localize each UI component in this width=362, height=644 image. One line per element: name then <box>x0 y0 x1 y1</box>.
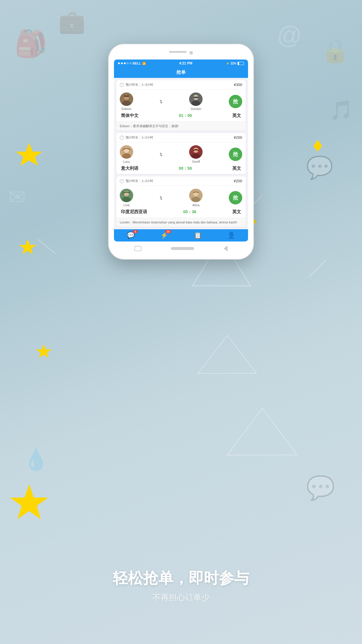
svg-rect-32 <box>193 97 198 98</box>
users-row-2: Lucy ⇌ <box>120 145 242 163</box>
grab-btn-3[interactable]: 抢 <box>229 191 242 204</box>
card-header-1: 预计时长：1–3小时 ¥300 <box>116 80 246 90</box>
swap-icon-2: ⇌ <box>159 153 164 156</box>
avatar-lucy <box>120 145 133 159</box>
duration-2: 预计时长：1–2小时 <box>126 135 153 140</box>
from-user-1: Edison <box>120 92 133 111</box>
svg-text:💬: 💬 <box>306 474 335 502</box>
to-user-3: Alina <box>189 189 203 207</box>
svg-line-17 <box>309 260 326 277</box>
users-row-3: Lina ⇌ <box>120 189 242 207</box>
status-right: ⚡ 22% <box>226 62 244 65</box>
speaker <box>169 51 187 53</box>
username-lina: Lina <box>124 203 130 207</box>
phone-mockup: BELL 📶 4:21 PM ⚡ 22% 抢单 <box>108 44 254 260</box>
card-header-2: 预计时长：1–2小时 ¥200 <box>116 133 246 142</box>
status-bar: BELL 📶 4:21 PM ⚡ 22% <box>114 60 248 67</box>
svg-text:💼: 💼 <box>58 9 86 35</box>
phone-bottom-bar <box>114 242 248 254</box>
svg-marker-12 <box>198 335 256 373</box>
bluetooth-icon: ⚡ <box>226 62 229 65</box>
order-card-2: 预计时长：1–2小时 ¥200 <box>116 133 246 174</box>
svg-text:🎒: 🎒 <box>15 28 48 59</box>
username-gordon: Gordon <box>191 107 201 111</box>
timer-2: 00：50 <box>179 166 192 171</box>
home-button[interactable] <box>171 247 194 250</box>
message-preview-3: Lorelei：Memerlukan terjemahan yang akura… <box>116 218 246 227</box>
multitask-icon <box>134 246 141 251</box>
svg-marker-21 <box>10 484 48 519</box>
card-header-left-1: 预计时长：1–3小时 <box>120 83 153 87</box>
tab-orders[interactable]: 📋 <box>194 232 202 239</box>
phone-screen: BELL 📶 4:21 PM ⚡ 22% 抢单 <box>114 60 248 242</box>
svg-text:@: @ <box>277 21 302 49</box>
clock-icon-3 <box>120 179 124 183</box>
card-body-1: Edison ⇌ <box>116 90 246 121</box>
lang-from-2: 意大利语 <box>121 166 138 171</box>
to-user-1: Gordon <box>189 92 203 111</box>
main-slogan: 轻松抢单，即时参与 <box>0 568 362 589</box>
lang-from-1: 简体中文 <box>121 113 138 118</box>
nav-bar: 抢单 <box>114 67 248 78</box>
lang-to-1: 英文 <box>232 113 241 118</box>
status-left: BELL 📶 <box>118 62 146 65</box>
order-card-3: 预计时长：1–2小时 ¥200 <box>116 176 246 227</box>
svg-text:💬: 💬 <box>306 155 333 181</box>
battery-icon <box>238 62 244 65</box>
from-user-3: Lina <box>120 189 133 207</box>
lang-from-3: 印度尼西亚语 <box>121 209 147 215</box>
nav-title: 抢单 <box>176 70 186 75</box>
svg-text:💧: 💧 <box>23 448 49 472</box>
clock-icon-1 <box>120 83 124 87</box>
sub-slogan: 不再担心订单少 <box>0 592 362 603</box>
username-alina: Alina <box>192 203 199 207</box>
card-body-2: Lucy ⇌ <box>116 142 246 174</box>
timer-3: 00：36 <box>183 209 196 215</box>
to-user-2: Geoff <box>189 145 203 163</box>
grab-btn-2[interactable]: 抢 <box>229 148 242 161</box>
lang-row-1: 简体中文 01：00 英文 <box>120 113 242 118</box>
duration-3: 预计时长：1–2小时 <box>126 179 153 183</box>
profile-icon: 👤 <box>227 232 235 239</box>
signal-dot-4 <box>127 62 129 64</box>
users-row-1: Edison ⇌ <box>120 92 242 111</box>
svg-marker-18 <box>16 143 42 166</box>
clock-icon-2 <box>120 136 124 140</box>
svg-marker-22 <box>36 344 52 358</box>
svg-text:✉: ✉ <box>9 186 26 209</box>
svg-line-16 <box>38 239 55 254</box>
username-geoff: Geoff <box>192 160 200 163</box>
svg-text:🔒: 🔒 <box>321 36 350 64</box>
tab-flash[interactable]: ⚡ 10 <box>160 232 168 239</box>
card-header-left-3: 预计时长：1–2小时 <box>120 179 153 183</box>
avatar-geoff <box>189 145 203 159</box>
tab-messages[interactable]: 💬 3 <box>127 232 135 239</box>
main-content: 预计时长：1–3小时 ¥300 <box>114 78 248 229</box>
price-2: ¥200 <box>234 135 242 140</box>
messages-badge: 3 <box>133 230 138 233</box>
carrier-label: BELL <box>133 62 141 65</box>
flash-badge: 10 <box>165 230 171 233</box>
swap-icon-1: ⇌ <box>159 100 164 104</box>
tab-bar: 💬 3 ⚡ 10 📋 👤 <box>114 229 248 242</box>
svg-marker-20 <box>19 239 36 254</box>
svg-marker-11 <box>227 408 297 455</box>
grab-btn-1[interactable]: 抢 <box>229 95 242 108</box>
svg-rect-28 <box>124 95 129 97</box>
username-edison: Edison <box>122 107 131 111</box>
signal-dot-2 <box>121 62 123 64</box>
tab-profile[interactable]: 👤 <box>227 232 235 239</box>
message-preview-1: Edison：要求准确翻译文字与语言，谢谢! <box>116 121 246 131</box>
avatar-alina <box>189 189 203 202</box>
back-icon <box>224 246 228 251</box>
signal-dot-1 <box>118 62 120 64</box>
from-user-2: Lucy <box>120 145 133 163</box>
camera <box>189 51 193 55</box>
battery-percent: 22% <box>231 62 236 65</box>
card-header-left-2: 预计时长：1–2小时 <box>120 135 153 140</box>
signal-dot-5 <box>130 62 131 64</box>
lang-to-3: 英文 <box>232 209 241 215</box>
username-lucy: Lucy <box>123 160 130 163</box>
lang-row-3: 印度尼西亚语 00：36 英文 <box>120 209 242 215</box>
svg-marker-24 <box>313 140 322 152</box>
